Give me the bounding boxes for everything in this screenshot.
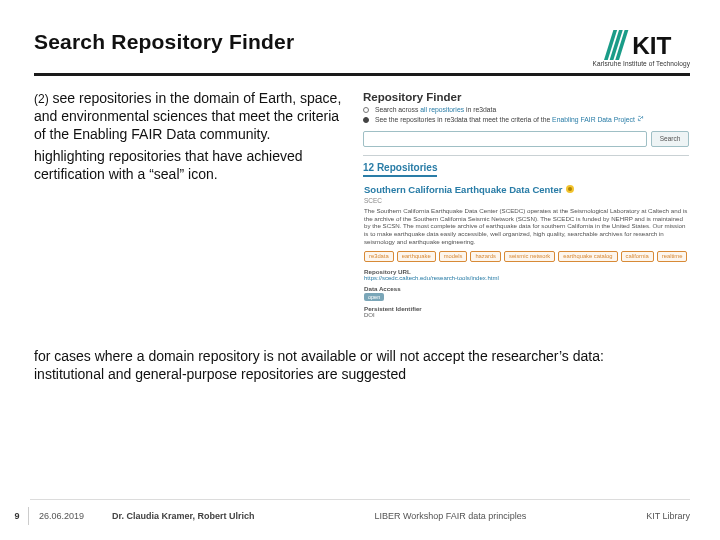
meta-access-label: Data Access — [364, 285, 688, 292]
kit-logo: KIT Karlsruhe Institute of Technology — [593, 30, 691, 67]
footer-library: KIT Library — [646, 511, 690, 521]
rf-option-all[interactable]: Search across all repositories in re3dat… — [363, 106, 689, 114]
slide-header: Search Repository Finder KIT Karlsruhe I… — [34, 30, 690, 76]
meta-pid: DOI — [364, 312, 688, 318]
tag[interactable]: models — [439, 251, 468, 262]
rf-search-input[interactable] — [363, 131, 647, 147]
meta-pid-label: Persistent Identifier — [364, 305, 688, 312]
kit-logo-subtitle: Karlsruhe Institute of Technology — [593, 60, 691, 67]
footer-workshop: LIBER Workshop FAIR data principles — [374, 511, 526, 521]
slide-footer: 9 26.06.2019 Dr. Claudia Kramer, Robert … — [0, 492, 720, 540]
rf-link-all[interactable]: all repositories — [420, 106, 464, 113]
tag[interactable]: earthquake — [397, 251, 436, 262]
rf-entry-description: The Southern California Earthquake Data … — [364, 207, 688, 246]
meta-url-label: Repository URL — [364, 268, 688, 275]
body-text-left: (2) see repositories in the domain of Ea… — [34, 90, 344, 320]
rf-option-fair[interactable]: See the repositories in re3data that mee… — [363, 115, 689, 124]
rf-search-button[interactable]: Search — [651, 131, 689, 147]
svg-text:KIT: KIT — [632, 32, 671, 59]
tag[interactable]: realtime — [657, 251, 688, 262]
tag[interactable]: california — [621, 251, 654, 262]
slide-title: Search Repository Finder — [34, 30, 294, 54]
meta-access-badge: open — [364, 293, 384, 301]
divider — [363, 155, 689, 156]
rf-entry-tags: re3data earthquake models hazards seismi… — [364, 251, 688, 262]
rf-title: Repository Finder — [363, 91, 689, 103]
repository-finder-screenshot: Repository Finder Search across all repo… — [362, 90, 690, 320]
page-number: 9 — [6, 507, 29, 525]
tag[interactable]: earthquake catalog — [558, 251, 617, 262]
footer-authors: Dr. Claudia Kramer, Robert Ulrich — [112, 511, 255, 521]
lower-paragraph: for cases where a domain repository is n… — [34, 348, 690, 384]
kit-logo-icon: KIT — [604, 30, 690, 60]
rf-result-count: 12 Repositories — [363, 162, 437, 177]
external-link-icon — [637, 115, 644, 122]
lower-p1: for cases where a domain repository is n… — [34, 348, 690, 366]
tag[interactable]: re3data — [364, 251, 394, 262]
lower-p2: institutional and general-purpose reposi… — [34, 366, 690, 384]
rf-entry-meta: Repository URL https://scedc.caltech.edu… — [364, 268, 688, 318]
tag[interactable]: hazards — [470, 251, 501, 262]
rf-entry-title[interactable]: Southern California Earthquake Data Cent… — [364, 184, 562, 195]
meta-url[interactable]: https://scedc.caltech.edu/research-tools… — [364, 275, 688, 281]
rf-entry-acronym: SCEC — [364, 197, 688, 204]
paragraph-2: highlighting repositories that have achi… — [34, 148, 344, 184]
seal-icon — [566, 185, 574, 193]
rf-result-item: Southern California Earthquake Data Cent… — [363, 183, 689, 319]
footer-date: 26.06.2019 — [39, 511, 84, 521]
paragraph-1: see repositories in the domain of Earth,… — [34, 90, 341, 142]
item-number: (2) — [34, 92, 49, 106]
tag[interactable]: seismic network — [504, 251, 555, 262]
rf-link-fair[interactable]: Enabling FAIR Data Project — [552, 116, 635, 123]
